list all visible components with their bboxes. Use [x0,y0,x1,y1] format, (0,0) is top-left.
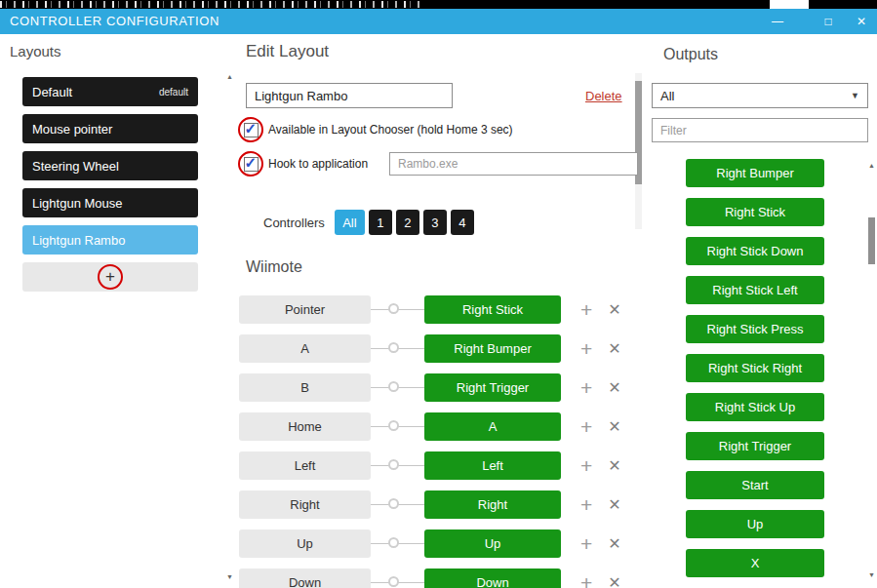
mapping-input-button[interactable]: A [239,334,371,363]
add-mapping-icon[interactable]: + [580,334,592,363]
output-button[interactable]: Right Bumper [686,159,824,187]
mapping-connector [371,295,424,324]
layout-item-lightgun-mouse[interactable]: Lightgun Mouse [22,188,198,217]
mapping-row: B Right Trigger + ✕ [224,368,644,407]
outputs-scrollbar-thumb[interactable] [868,217,875,264]
mapping-output-button[interactable]: Up [424,529,561,558]
remove-mapping-icon[interactable]: ✕ [608,573,620,588]
delete-layout-link[interactable]: Delete [585,89,622,103]
hook-application-input[interactable] [389,152,638,176]
top-strip-glyphs [0,1,424,8]
connector-circle-icon [388,420,399,431]
check-icon: ✓ [245,120,258,137]
output-button[interactable]: Right Trigger [686,432,824,460]
mapping-output-button[interactable]: Right [424,490,561,519]
outputs-filter-input[interactable] [652,118,868,142]
output-button[interactable]: Right Stick Up [686,393,824,421]
mapping-connector [371,412,424,441]
mapping-input-button[interactable]: B [239,373,371,402]
layout-item-label: Steering Wheel [32,159,119,174]
controllers-label: Controllers [263,216,325,230]
layout-item-label: Default [32,85,72,99]
add-mapping-icon[interactable]: + [580,490,592,519]
default-badge: default [159,87,188,98]
scroll-up-icon[interactable]: ▲ [868,162,875,169]
hook-application-label: Hook to application [268,157,368,171]
connector-circle-icon [388,498,399,509]
add-mapping-icon[interactable]: + [580,451,592,480]
mapping-input-button[interactable]: Pointer [239,295,371,324]
remove-mapping-icon[interactable]: ✕ [608,417,620,436]
mapping-output-button[interactable]: Down [424,568,561,588]
maximize-button[interactable]: □ [816,12,841,31]
layout-chooser-checkbox[interactable]: ✓ [244,123,259,137]
mapping-output-button[interactable]: A [424,412,561,441]
layout-item-default[interactable]: Default default [22,77,198,106]
outputs-panel: Outputs All ▼ Right Bumper Right Stick R… [644,34,877,588]
mapping-input-button[interactable]: Down [239,568,371,588]
scroll-down-icon[interactable]: ▼ [868,571,875,578]
mapping-connector [371,490,424,519]
output-button[interactable]: Right Stick Down [686,237,824,265]
close-button[interactable]: ✕ [849,12,874,31]
remove-mapping-icon[interactable]: ✕ [608,495,620,514]
add-mapping-icon[interactable]: + [580,568,592,588]
controller-tab-1[interactable]: 1 [369,210,392,235]
hook-application-checkbox[interactable]: ✓ [244,157,259,172]
remove-mapping-icon[interactable]: ✕ [608,378,620,397]
layout-list: Default default Mouse pointer Steering W… [22,77,198,292]
outputs-category-dropdown[interactable]: All ▼ [652,83,868,108]
controller-tab-all[interactable]: All [335,210,365,235]
connector-circle-icon [388,576,399,587]
controller-tab-2[interactable]: 2 [396,210,419,235]
add-mapping-icon[interactable]: + [580,373,592,402]
outputs-list: Right Bumper Right Stick Right Stick Dow… [686,159,824,588]
output-button[interactable]: X [686,549,824,577]
layout-item-lightgun-rambo[interactable]: Lightgun Rambo [22,225,198,255]
add-mapping-icon[interactable]: + [580,529,592,558]
output-button[interactable]: Right Stick Right [686,354,824,382]
output-button[interactable]: Up [686,510,824,538]
mapping-row: Right Right + ✕ [224,485,644,524]
mapping-input-button[interactable]: Home [239,412,371,441]
remove-mapping-icon[interactable]: ✕ [608,300,620,319]
mapping-output-button[interactable]: Right Stick [424,295,561,324]
mapping-input-button[interactable]: Right [239,490,371,519]
mapping-output-button[interactable]: Right Trigger [424,373,561,402]
controller-tab-4[interactable]: 4 [451,210,474,235]
layout-item-label: Lightgun Mouse [32,196,123,211]
output-button[interactable]: Right Stick Press [686,315,824,343]
mapping-connector [371,334,424,363]
mapping-input-button[interactable]: Left [239,451,371,480]
titlebar: CONTROLLER CONFIGURATION — □ ✕ [0,9,877,34]
layout-name-input[interactable] [246,83,453,108]
hook-application-row: ✓ Hook to application [238,152,368,176]
output-button[interactable]: Right Stick Left [686,276,824,304]
connector-circle-icon [388,381,399,392]
mapping-connector [371,451,424,480]
add-mapping-icon[interactable]: + [580,295,592,324]
output-button[interactable]: Right Stick [686,198,824,226]
chevron-down-icon: ▼ [851,91,859,100]
layout-item-label: Lightgun Rambo [32,233,125,248]
layout-chooser-row: ✓ Available in Layout Chooser (hold Home… [238,118,513,141]
mapping-output-button[interactable]: Right Bumper [424,334,561,363]
remove-mapping-icon[interactable]: ✕ [608,456,620,475]
layouts-panel: Layouts Default default Mouse pointer St… [0,34,224,588]
remove-mapping-icon[interactable]: ✕ [608,339,620,358]
scroll-up-icon[interactable]: ▲ [226,73,233,80]
controller-tab-3[interactable]: 3 [423,210,447,235]
output-button[interactable]: Start [686,471,824,499]
minimize-button[interactable]: — [765,12,790,31]
mapping-input-button[interactable]: Up [239,529,371,558]
layout-item-steering-wheel[interactable]: Steering Wheel [22,151,198,180]
editor-scrollbar[interactable] [635,73,642,229]
layout-item-mouse-pointer[interactable]: Mouse pointer [22,114,198,143]
add-mapping-icon[interactable]: + [580,412,592,441]
add-layout-button[interactable]: + [22,262,198,292]
remove-mapping-icon[interactable]: ✕ [608,534,620,553]
wiimote-section-title: Wiimote [246,258,302,276]
mapping-row: Pointer Right Stick + ✕ [224,290,644,329]
edit-layout-title: Edit Layout [246,42,329,61]
mapping-output-button[interactable]: Left [424,451,561,480]
